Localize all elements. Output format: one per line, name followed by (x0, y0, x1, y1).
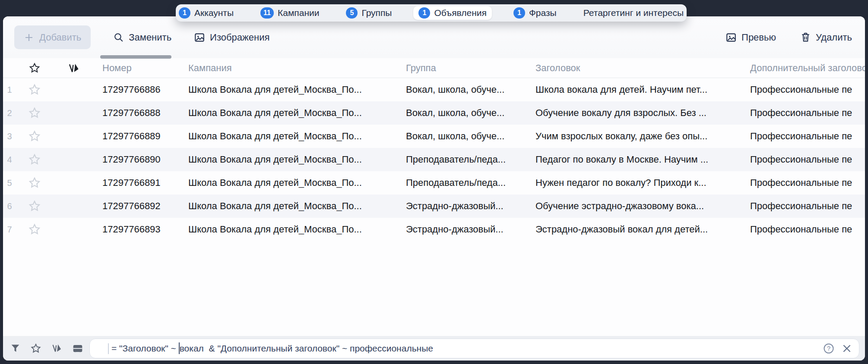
cell-campaign: Школа Вокала для детей_Москва_По... (176, 177, 405, 188)
cell-group: Вокал, школа, обуче... (405, 84, 534, 95)
cell-campaign: Школа Вокала для детей_Москва_По... (176, 131, 405, 142)
row-index: 2 (3, 108, 16, 118)
row-favorite-cell[interactable] (16, 153, 53, 166)
cell-title: Обучение вокалу для взрослых. Без ... (534, 107, 749, 119)
header-extra-title[interactable]: Дополнительный заголовок (749, 63, 865, 74)
delete-button[interactable]: Удалить (800, 32, 852, 43)
cell-campaign: Школа Вокала для детей_Москва_По... (176, 84, 405, 95)
status-arrows-icon[interactable] (51, 342, 63, 354)
help-icon[interactable]: ? (823, 342, 835, 355)
cell-title: Школа вокала для детей. Научим пет... (534, 84, 749, 95)
header-number[interactable]: Номер (95, 63, 176, 74)
star-icon (28, 107, 41, 119)
entity-tabbar: 1 Аккаунты 11 Кампании 5 Группы 1 Объявл… (176, 4, 687, 22)
horizontal-scrollbar-thumb[interactable] (100, 55, 171, 59)
star-icon (28, 223, 41, 236)
cell-title: Обучение эстрадно-джазовому вока... (534, 201, 749, 212)
tab-label: Фразы (529, 8, 557, 18)
tab-label: Группы (361, 8, 392, 18)
cell-number: 17297766886 (95, 84, 176, 95)
header-status-column[interactable] (53, 62, 95, 75)
filter-expression: = "Заголовок" ~ вокал & "Дополнительный … (111, 342, 433, 354)
preview-button[interactable]: Превью (725, 32, 776, 43)
row-index: 5 (3, 178, 16, 188)
funnel-icon[interactable] (10, 343, 21, 354)
row-index: 7 (3, 225, 16, 235)
box-icon[interactable] (72, 343, 83, 354)
table-row[interactable]: 3 17297766889 Школа Вокала для детей_Мос… (3, 125, 865, 148)
row-index: 4 (3, 155, 16, 165)
header-group[interactable]: Группа (405, 63, 534, 74)
cell-number: 17297766893 (95, 224, 176, 235)
star-icon (28, 176, 41, 189)
star-icon (28, 153, 41, 166)
tab[interactable]: 1 Объявления (413, 6, 491, 20)
cell-extra-title: Профессиональные пе (749, 201, 865, 212)
trash-icon (800, 32, 811, 43)
filter-input[interactable]: = "Заголовок" ~ вокал & "Дополнительный … (89, 339, 859, 358)
table-row[interactable]: 6 17297766892 Школа Вокала для детей_Мос… (3, 195, 865, 218)
tab[interactable]: 5 Группы (341, 6, 397, 20)
cell-campaign: Школа Вокала для детей_Москва_По... (176, 107, 405, 119)
cell-title: Учим взрослых вокалу, даже без опы... (534, 131, 749, 142)
star-icon (28, 200, 41, 213)
row-favorite-cell[interactable] (16, 223, 53, 236)
table-row[interactable]: 4 17297766890 Школа Вокала для детей_Мос… (3, 148, 865, 171)
app-window: Добавить Заменить Изображения (3, 16, 865, 361)
images-button-label: Изображения (210, 32, 269, 43)
row-favorite-cell[interactable] (16, 130, 53, 143)
row-index: 6 (3, 201, 16, 211)
cell-extra-title: Профессиональные пе (749, 224, 865, 235)
delete-button-label: Удалить (816, 32, 852, 43)
cell-number: 17297766889 (95, 131, 176, 142)
star-icon (29, 62, 41, 74)
cell-group: Вокал, школа, обуче... (405, 107, 534, 119)
table-body: 1 17297766886 Школа Вокала для детей_Мос… (3, 78, 865, 241)
cell-extra-title: Профессиональные пе (749, 107, 865, 119)
row-favorite-cell[interactable] (16, 200, 53, 213)
tab[interactable]: Ретаргетинг и интересы (578, 6, 689, 20)
tab-count-badge: 5 (346, 7, 358, 19)
star-icon (28, 83, 41, 96)
table-row[interactable]: 5 17297766891 Школа Вокала для детей_Мос… (3, 171, 865, 195)
row-favorite-cell[interactable] (16, 107, 53, 119)
tab[interactable]: 1 Фразы (508, 6, 562, 20)
images-button[interactable]: Изображения (194, 32, 269, 43)
replace-button[interactable]: Заменить (113, 32, 171, 43)
filter-text-before-caret: = "Заголовок" ~ (111, 343, 179, 354)
header-favorite-column[interactable] (16, 62, 53, 74)
filter-input-divider (108, 343, 109, 354)
table-row[interactable]: 7 17297766893 Школа Вокала для детей_Мос… (3, 218, 865, 241)
preview-button-label: Превью (741, 32, 776, 43)
cell-group: Эстрадно-джазовый... (405, 224, 534, 235)
row-favorite-cell[interactable] (16, 176, 53, 189)
tab-label: Объявления (434, 8, 486, 18)
tab-count-badge: 11 (260, 7, 274, 19)
tab[interactable]: 1 Аккаунты (174, 6, 239, 20)
filter-bar: = "Заголовок" ~ вокал & "Дополнительный … (3, 336, 865, 361)
tab-count-badge: 1 (179, 7, 190, 19)
filter-text-after-caret: вокал & "Дополнительный заголовок" ~ про… (180, 343, 433, 354)
cell-title: Нужен педагог по вокалу? Приходи к... (534, 177, 749, 188)
cell-extra-title: Профессиональные пе (749, 177, 865, 188)
cell-group: Преподаватель/педа... (405, 154, 534, 165)
cell-group: Эстрадно-джазовый... (405, 201, 534, 212)
cell-title: Эстрадно-джазовый вокал для детей... (534, 224, 749, 235)
row-favorite-cell[interactable] (16, 83, 53, 96)
tab[interactable]: 11 Кампании (255, 6, 324, 20)
table-row[interactable]: 2 17297766888 Школа Вокала для детей_Мос… (3, 101, 865, 125)
star-icon[interactable] (30, 343, 41, 354)
table-row[interactable]: 1 17297766886 Школа Вокала для детей_Мос… (3, 78, 865, 101)
cell-number: 17297766890 (95, 154, 176, 165)
plus-icon (24, 32, 34, 43)
close-icon[interactable] (841, 342, 853, 355)
row-index: 1 (3, 85, 16, 95)
header-title[interactable]: Заголовок (534, 63, 749, 74)
tab-label: Аккаунты (194, 8, 234, 18)
star-icon (28, 130, 41, 143)
add-button[interactable]: Добавить (14, 25, 91, 49)
header-campaign[interactable]: Кампания (176, 63, 405, 74)
add-button-label: Добавить (39, 32, 81, 43)
cell-number: 17297766892 (95, 201, 176, 212)
table-header-row: Номер Кампания Группа Заголовок Дополнит… (3, 58, 865, 78)
